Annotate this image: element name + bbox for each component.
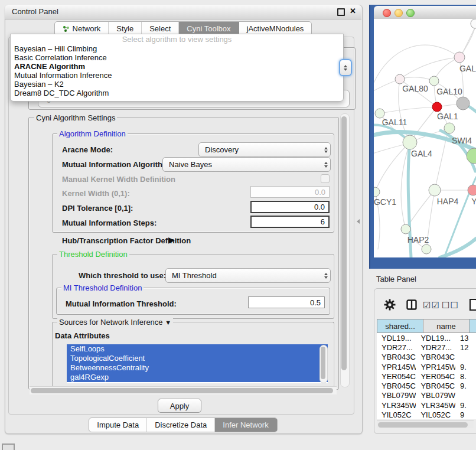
network-node[interactable]: [422, 244, 431, 254]
network-node-hap4[interactable]: [429, 184, 441, 196]
network-node-gal11[interactable]: [375, 109, 384, 118]
algorithm-option-basic-correlation-inference[interactable]: Basic Correlation Inference: [11, 53, 343, 62]
which-threshold-combo[interactable]: MI Threshold: [165, 268, 331, 283]
table-row[interactable]: YBR043CYBR043C: [377, 353, 476, 362]
network-edge[interactable]: [400, 57, 459, 79]
settings-hscroll-thumb[interactable]: [31, 388, 333, 393]
close-icon[interactable]: ✕: [350, 6, 356, 15]
mi-type-combo[interactable]: Naive Bayes: [162, 157, 331, 172]
network-graph[interactable]: GALGAL80GAL10GAL1GAL11SWI4GAL4GCY1HAP4YH…: [374, 19, 476, 257]
network-edge[interactable]: [374, 145, 403, 155]
network-node-gal1[interactable]: [432, 102, 442, 112]
network-node-gal[interactable]: [454, 52, 465, 63]
network-node[interactable]: [457, 97, 470, 110]
network-node-gal80[interactable]: [395, 74, 405, 84]
network-node-gal10[interactable]: [429, 76, 439, 86]
tab-impute-data[interactable]: Impute Data: [89, 418, 147, 432]
network-node-gal4[interactable]: [403, 135, 417, 149]
attributes-vscroll-thumb[interactable]: [321, 347, 325, 379]
attribute-item-betweennesscentrality[interactable]: BetweennessCentrality: [67, 363, 328, 373]
table-row[interactable]: YDR27...YDR27...12: [377, 343, 476, 352]
network-node-y[interactable]: [468, 185, 476, 195]
hub-expand-arrow-icon[interactable]: ▶: [168, 235, 175, 244]
aracne-mode-label: Aracne Mode:: [62, 145, 113, 154]
network-node-label: HAP4: [437, 197, 459, 206]
attributes-vscrollbar[interactable]: [319, 345, 328, 383]
table-horizontal-scrollbar[interactable]: [377, 420, 474, 428]
table-row[interactable]: YBL079WYBL079W: [377, 391, 476, 400]
network-view-canvas[interactable]: GALGAL80GAL10GAL1GAL11SWI4GAL4GCY1HAP4YH…: [374, 19, 476, 257]
column-header-name[interactable]: name: [423, 319, 470, 333]
tab-label: Select: [149, 24, 171, 33]
attribute-item-selfloops[interactable]: SelfLoops: [67, 344, 328, 354]
tab-infer-network[interactable]: Infer Network: [215, 418, 276, 432]
unchecked-boxes-icon[interactable]: ☐☐: [442, 300, 459, 311]
column-header-shared-[interactable]: shared...: [377, 319, 423, 333]
network-edge[interactable]: [462, 28, 475, 53]
table-row[interactable]: YLR345WYLR345W9.: [377, 400, 476, 410]
zoom-traffic-light-icon[interactable]: [406, 9, 415, 17]
table-cell: YBR045C: [416, 381, 455, 390]
dpi-tolerance-field[interactable]: 0.0: [250, 201, 330, 213]
table-row[interactable]: YIL052CYIL052C9: [377, 410, 476, 419]
tab-label: jActiveMNodules: [247, 24, 304, 33]
settings-vertical-scrollbar[interactable]: [340, 113, 350, 387]
manual-kernel-checkbox[interactable]: [321, 174, 330, 183]
table-cell: YPR145W: [377, 363, 416, 371]
network-node-gcy1[interactable]: [374, 187, 380, 197]
tab-discretize-data[interactable]: Discretize Data: [147, 418, 215, 432]
apply-button[interactable]: Apply: [158, 399, 201, 413]
network-node-hap2[interactable]: [401, 224, 410, 234]
minimize-traffic-light-icon[interactable]: [395, 9, 403, 17]
network-edge[interactable]: [374, 81, 395, 93]
float-icon[interactable]: [337, 8, 345, 16]
network-node[interactable]: [471, 19, 476, 28]
algorithm-option-bayesian-hill-climbing[interactable]: Bayesian – Hill Climbing: [11, 44, 343, 53]
table-row[interactable]: YDL19...YDL19...13: [377, 333, 476, 343]
mi-threshold-field[interactable]: 0.5: [248, 296, 325, 308]
algorithm-option-dream8-dc-tdc-algorithm[interactable]: Dream8 DC_TDC Algorithm: [11, 89, 343, 97]
gear-icon[interactable]: [384, 299, 396, 311]
checked-boxes-icon[interactable]: ☑☑: [423, 300, 440, 311]
network-node[interactable]: [467, 148, 476, 164]
network-node-label: GAL: [459, 64, 476, 73]
network-edge[interactable]: [375, 142, 410, 192]
network-edge[interactable]: [435, 134, 447, 190]
table-row[interactable]: YER054CYER054C8.: [377, 371, 476, 381]
manual-kernel-label: Manual Kernel Width Definition: [62, 175, 175, 184]
aracne-mode-combo[interactable]: Discovery: [198, 142, 331, 157]
table-cell: 8.: [455, 372, 476, 381]
network-window-titlebar[interactable]: [374, 6, 476, 19]
table-cell: YPR145W: [416, 363, 455, 371]
network-node-swi4[interactable]: [444, 123, 455, 133]
split-columns-icon[interactable]: [406, 299, 417, 310]
splitter-handle-icon[interactable]: [357, 219, 360, 224]
attribute-item-gal4rgexp[interactable]: gal4RGexp: [67, 373, 328, 382]
table-row[interactable]: YBR045CYBR045C9.: [377, 381, 476, 390]
table-hscroll-thumb[interactable]: [378, 422, 468, 428]
settings-vscroll-thumb[interactable]: [341, 116, 347, 370]
hidden-combo-stepper[interactable]: [339, 59, 352, 76]
algorithm-option-mutual-information-inference[interactable]: Mutual Information Inference: [11, 71, 343, 80]
network-node-label: GAL4: [411, 149, 432, 158]
network-edge[interactable]: [400, 77, 434, 81]
table-row[interactable]: YPR145WYPR145W9.: [377, 362, 476, 371]
close-traffic-light-icon[interactable]: [383, 9, 391, 17]
settings-horizontal-scrollbar[interactable]: [30, 386, 337, 394]
kernel-width-field[interactable]: 0.0: [250, 186, 330, 198]
column-header-extra[interactable]: [470, 319, 476, 333]
tab-label: Style: [116, 24, 133, 33]
table-cell: YBL079W: [377, 391, 416, 400]
collapse-arrow-icon[interactable]: ▼: [165, 319, 171, 326]
algorithm-option-aracne-algorithm[interactable]: ARACNE Algorithm: [11, 62, 343, 71]
combo-stepper-icon: [322, 269, 330, 282]
attribute-item-topologicalcoefficient[interactable]: TopologicalCoefficient: [67, 354, 328, 363]
mi-steps-field[interactable]: 6: [250, 216, 330, 228]
network-edge[interactable]: [380, 107, 437, 113]
minimized-panel-icon[interactable]: [2, 444, 15, 450]
table-cell: YBR045C: [377, 381, 416, 390]
control-panel-titlebar[interactable]: Control Panel ✕: [5, 5, 361, 19]
algorithm-option-bayesian-k2[interactable]: Bayesian – K2: [11, 80, 343, 89]
document-icon[interactable]: [469, 298, 476, 311]
data-attributes-list[interactable]: SelfLoopsTopologicalCoefficientBetweenne…: [67, 344, 328, 383]
